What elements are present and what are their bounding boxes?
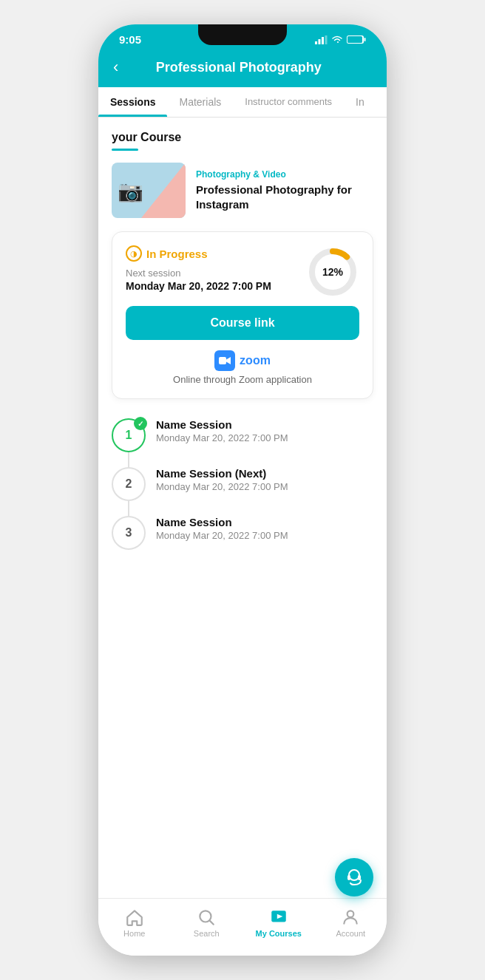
check-badge-1: ✓ (134, 417, 147, 430)
progress-top: ◑ In Progress Next session Monday Mar 20… (126, 245, 359, 299)
session-number-1: 1 ✓ (112, 418, 146, 452)
nav-home-label: Home (123, 929, 145, 938)
wifi-icon (331, 35, 343, 44)
status-icons (315, 35, 366, 44)
headset-icon (345, 868, 364, 887)
support-fab[interactable] (335, 858, 373, 896)
svg-rect-1 (319, 39, 321, 44)
session-next-badge: (Next) (235, 467, 267, 480)
status-label: ◑ In Progress (126, 245, 271, 262)
session-name-3: Name Session (156, 516, 288, 528)
svg-rect-12 (358, 875, 361, 880)
course-thumbnail: 📷 (112, 163, 186, 218)
nav-account-label: Account (336, 929, 365, 938)
nav-search[interactable]: Search (171, 905, 243, 941)
zoom-row: zoom Online through Zoom application (126, 350, 359, 385)
progress-left: ◑ In Progress Next session Monday Mar 20… (126, 245, 271, 292)
progress-card: ◑ In Progress Next session Monday Mar 20… (112, 231, 373, 399)
zoom-icon (214, 350, 235, 371)
svg-rect-0 (315, 41, 317, 44)
zoom-logo: zoom (214, 350, 271, 371)
home-icon (125, 908, 144, 927)
session-name-1: Name Session (156, 418, 288, 431)
session-info-1: Name Session Monday Mar 20, 2022 7:00 PM (156, 418, 288, 443)
session-2-num: 2 (126, 477, 132, 491)
session-1-num: 1 (126, 429, 132, 442)
tab-instructor-comments[interactable]: Instructor comments (233, 87, 344, 117)
svg-rect-9 (219, 357, 226, 364)
session-3-num: 3 (126, 526, 132, 540)
nav-search-label: Search (194, 929, 220, 938)
session-number-3: 3 (112, 516, 146, 550)
section-underline (112, 149, 138, 151)
session-info-3: Name Session Monday Mar 20, 2022 7:00 PM (156, 516, 288, 541)
session-date-3: Monday Mar 20, 2022 7:00 PM (156, 530, 288, 541)
session-item-3: 3 Name Session Monday Mar 20, 2022 7:00 … (112, 516, 373, 550)
my-courses-icon (269, 908, 288, 927)
main-content: your Course 📷 Photography & Video Profes… (98, 118, 387, 898)
progress-donut: 12% (306, 245, 359, 299)
svg-line-14 (210, 921, 214, 925)
account-icon (341, 908, 360, 927)
notch (198, 24, 287, 45)
session-info-2: Name Session (Next) Monday Mar 20, 2022 … (156, 467, 288, 492)
zoom-camera-icon (219, 356, 231, 365)
search-icon (197, 908, 216, 927)
svg-rect-2 (322, 37, 324, 44)
course-category: Photography & Video (196, 169, 373, 180)
next-session-label: Next session (126, 268, 271, 279)
course-card: 📷 Photography & Video Professional Photo… (112, 163, 373, 218)
nav-my-courses[interactable]: My Courses (243, 905, 315, 941)
sessions-list: 1 ✓ Name Session Monday Mar 20, 2022 7:0… (112, 412, 373, 571)
thumbnail-inner: 📷 (112, 163, 186, 218)
battery-icon (347, 35, 366, 44)
tab-info[interactable]: In (344, 87, 376, 117)
header: ‹ Professional Photography (98, 50, 387, 87)
phone-shell: 9:05 ‹ Professional Photography (98, 24, 387, 956)
course-link-button[interactable]: Course link (126, 306, 359, 340)
session-name-2: Name Session (Next) (156, 467, 288, 480)
svg-rect-6 (347, 36, 362, 43)
header-title: Professional Photography (127, 60, 350, 75)
bottom-nav: Home Search My Courses Account (98, 898, 387, 956)
in-progress-icon: ◑ (126, 245, 142, 262)
signal-icon (315, 35, 328, 44)
back-button[interactable]: ‹ (113, 58, 118, 77)
session-date-1: Monday Mar 20, 2022 7:00 PM (156, 432, 288, 443)
thumbnail-triangle (141, 163, 186, 218)
tab-sessions[interactable]: Sessions (98, 87, 167, 117)
svg-point-17 (347, 911, 354, 917)
course-name: Professional Photography for Instagram (196, 183, 373, 211)
svg-rect-5 (364, 38, 366, 41)
course-info: Photography & Video Professional Photogr… (196, 169, 373, 211)
zoom-description: Online through Zoom application (173, 374, 312, 385)
status-text: In Progress (146, 248, 208, 260)
session-item-1: 1 ✓ Name Session Monday Mar 20, 2022 7:0… (112, 418, 373, 452)
camera-icon: 📷 (118, 178, 143, 203)
next-session-date: Monday Mar 20, 2022 7:00 PM (126, 280, 271, 292)
session-item-2: 2 Name Session (Next) Monday Mar 20, 202… (112, 467, 373, 501)
svg-rect-3 (325, 35, 328, 44)
donut-label: 12% (322, 266, 343, 278)
nav-account[interactable]: Account (315, 905, 387, 941)
nav-my-courses-label: My Courses (256, 929, 302, 938)
zoom-name: zoom (240, 354, 271, 367)
svg-rect-11 (347, 875, 350, 880)
tabs: Sessions Materials Instructor comments I… (98, 87, 387, 118)
nav-home[interactable]: Home (98, 905, 171, 941)
status-time: 9:05 (119, 33, 141, 46)
section-title: your Course (112, 131, 373, 144)
session-number-2: 2 (112, 467, 146, 501)
svg-point-10 (349, 870, 359, 880)
tab-materials[interactable]: Materials (167, 87, 233, 117)
session-date-2: Monday Mar 20, 2022 7:00 PM (156, 481, 288, 492)
